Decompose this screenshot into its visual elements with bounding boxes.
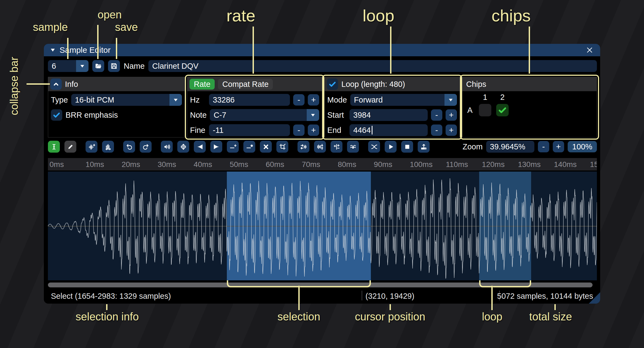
fine-increment-button[interactable]: + xyxy=(308,124,319,136)
save-button[interactable] xyxy=(108,60,120,72)
loop-mode-select[interactable]: Forward xyxy=(350,94,457,106)
chevron-down-icon[interactable] xyxy=(76,60,89,72)
type-select[interactable]: 16-bit PCM xyxy=(71,94,182,106)
annotation-label-selection: selection xyxy=(277,311,320,323)
insert-silence-button[interactable] xyxy=(227,141,239,153)
loop-end-increment-button[interactable]: + xyxy=(446,124,457,136)
amplify-button[interactable] xyxy=(161,141,173,153)
reverse-icon xyxy=(300,143,307,150)
scrollbar-thumb[interactable] xyxy=(48,283,593,287)
ruler-label: 0ms xyxy=(48,160,64,169)
invert-button[interactable] xyxy=(314,141,326,153)
chevron-down-icon[interactable] xyxy=(444,94,457,106)
zoom-out-button[interactable]: - xyxy=(538,141,549,152)
note-select[interactable]: C-7 xyxy=(210,109,319,121)
loop-header: Loop (length: 480) xyxy=(341,80,405,89)
crossfade-button[interactable] xyxy=(368,141,380,153)
fade-out-icon xyxy=(213,143,220,150)
loop-start-increment-button[interactable]: + xyxy=(446,109,457,121)
waveform-trace xyxy=(48,172,597,280)
titlebar[interactable]: Sample Editor xyxy=(44,44,600,56)
loop-start-input[interactable]: 3984 xyxy=(349,109,428,121)
window-collapse-icon[interactable] xyxy=(50,47,56,53)
name-value: Clarinet DQV xyxy=(152,62,198,71)
annotation-line xyxy=(390,304,391,310)
hz-decrement-button[interactable]: - xyxy=(293,94,305,106)
sample-editor-window: Sample Editor 6 Name Clarinet DQV xyxy=(44,44,600,304)
line-star-icon xyxy=(246,143,253,150)
horizontal-scrollbar[interactable] xyxy=(48,283,597,287)
redo-icon xyxy=(142,143,149,150)
fade-in-button[interactable] xyxy=(194,141,206,153)
status-separator xyxy=(362,291,362,300)
loop-start-decrement-button[interactable]: - xyxy=(431,109,442,121)
fade-in-icon xyxy=(196,143,204,150)
loop-enabled-checkbox[interactable] xyxy=(327,78,338,90)
signed-unsigned-button[interactable] xyxy=(331,141,342,153)
reverse-button[interactable] xyxy=(298,141,309,153)
fine-input[interactable]: -11 xyxy=(209,124,290,136)
sample-row: 6 Name Clarinet DQV xyxy=(44,56,600,76)
fade-out-button[interactable] xyxy=(210,141,222,153)
normalize-button[interactable] xyxy=(177,141,189,153)
stop-preview-button[interactable] xyxy=(401,141,413,153)
zoom-label: Zoom xyxy=(463,142,483,151)
chevron-down-icon[interactable] xyxy=(307,109,319,121)
annotation-label-selection-info: selection info xyxy=(76,311,139,323)
draw-tool-button[interactable] xyxy=(64,141,76,153)
stop-icon xyxy=(404,143,411,150)
ruler-label: 120ms xyxy=(480,160,505,169)
chip-checkbox[interactable] xyxy=(479,104,491,116)
open-button[interactable] xyxy=(92,60,104,72)
loop-end-input[interactable]: 4464 xyxy=(349,124,428,136)
name-input[interactable]: Clarinet DQV xyxy=(148,60,597,72)
brr-emphasis-checkbox[interactable] xyxy=(51,109,62,121)
import-button[interactable] xyxy=(418,141,430,153)
annotation-line xyxy=(554,304,556,310)
status-total-size: 5072 samples, 10144 bytes xyxy=(497,292,593,301)
chips-panel: Chips 12A xyxy=(462,77,597,137)
loop-end-decrement-button[interactable]: - xyxy=(431,124,442,136)
chevron-up-icon xyxy=(52,80,60,88)
zoom-in-button[interactable]: + xyxy=(553,141,564,152)
window-title: Sample Editor xyxy=(60,45,110,55)
time-ruler[interactable]: 0ms10ms20ms30ms40ms50ms60ms70ms80ms90ms1… xyxy=(48,158,597,170)
play-icon xyxy=(387,143,394,150)
apply-silence-button[interactable] xyxy=(243,141,255,153)
chips-column-header: 2 xyxy=(500,93,505,102)
annotation-label-collapse-bar: collapse bar xyxy=(8,57,20,115)
fine-decrement-button[interactable]: - xyxy=(293,124,305,136)
crossfade-icon xyxy=(371,143,378,150)
annotation-label-loop-bottom: loop xyxy=(482,311,502,323)
hz-input[interactable]: 33286 xyxy=(209,94,290,106)
undo-button[interactable] xyxy=(123,141,135,153)
sample-selector[interactable]: 6 xyxy=(48,60,89,72)
hz-increment-button[interactable]: + xyxy=(308,94,319,106)
redo-button[interactable] xyxy=(140,141,152,153)
zoom-input[interactable]: 39.9645% xyxy=(486,141,534,153)
tab-rate[interactable]: Rate xyxy=(189,79,215,90)
folder-open-icon xyxy=(94,62,102,70)
chip-checkbox[interactable] xyxy=(496,104,509,116)
waveform-display[interactable] xyxy=(48,172,597,280)
resample-button[interactable] xyxy=(102,141,114,153)
collapse-button[interactable] xyxy=(50,78,62,90)
resize-button[interactable] xyxy=(86,141,97,153)
chevron-down-icon[interactable] xyxy=(169,94,182,106)
tab-compat-rate[interactable]: Compat Rate xyxy=(218,79,273,90)
info-header: Info xyxy=(65,80,78,89)
info-panel: Info Type 16-bit PCM BRR emph xyxy=(48,77,185,137)
plus-minus-icon xyxy=(333,143,340,150)
wave-stretch-icon xyxy=(104,143,112,150)
status-selection-info: Select (1654-2983: 1329 samples) xyxy=(51,292,171,301)
toolbar: Zoom 39.9645% - + 100% xyxy=(44,137,600,156)
trim-button[interactable] xyxy=(276,141,288,153)
delete-button[interactable] xyxy=(260,141,272,153)
preview-button[interactable] xyxy=(385,141,397,153)
select-tool-button[interactable] xyxy=(48,141,60,153)
close-button[interactable] xyxy=(585,45,594,55)
ruler-label: 10ms xyxy=(84,160,104,169)
zoom-reset-button[interactable]: 100% xyxy=(568,141,597,152)
filter-button[interactable] xyxy=(347,141,359,153)
resize-grip[interactable] xyxy=(589,292,600,304)
